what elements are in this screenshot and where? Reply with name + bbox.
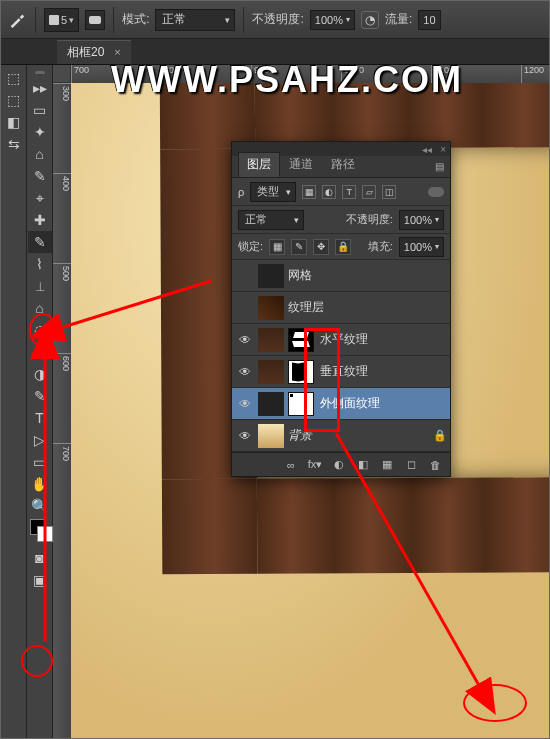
tool-button[interactable]: ✎ (28, 231, 52, 253)
visibility-toggle[interactable]: 👁 (232, 429, 258, 443)
close-icon[interactable]: × (440, 144, 446, 155)
collapse-icon[interactable]: ◂◂ (422, 144, 432, 155)
tab-layers[interactable]: 图层 (238, 152, 280, 177)
tool-button[interactable]: ✎ (28, 385, 52, 407)
tablet-pressure-toggle[interactable] (85, 10, 105, 30)
ruler-horizontal[interactable]: 700800900100011001200 (71, 65, 549, 83)
panel-icon[interactable]: ⬚ (2, 67, 26, 89)
filter-kind-dropdown[interactable]: 类型 (250, 182, 296, 202)
layer-row[interactable]: 👁垂直纹理 (232, 356, 450, 388)
layers-footer-button[interactable]: ▦ (380, 458, 394, 472)
close-icon[interactable]: × (114, 46, 120, 58)
filter-type-icon[interactable]: T (342, 185, 356, 199)
tool-button[interactable]: 🔍 (28, 495, 52, 517)
layer-name[interactable]: 背景 (288, 427, 430, 444)
lock-transparency-icon[interactable]: ▦ (269, 239, 285, 255)
tool-button[interactable]: T (28, 407, 52, 429)
visibility-toggle[interactable]: 👁 (232, 397, 258, 411)
layer-name[interactable]: 垂直纹理 (320, 363, 450, 380)
tool-button[interactable]: ⟂ (28, 275, 52, 297)
layer-row[interactable]: 👁水平纹理 (232, 324, 450, 356)
layer-name[interactable]: 纹理层 (288, 299, 450, 316)
visibility-toggle[interactable]: 👁 (232, 333, 258, 347)
layer-name[interactable]: 水平纹理 (320, 331, 450, 348)
tool-button[interactable]: ⌂ (28, 143, 52, 165)
layers-footer-button[interactable]: ◧ (356, 458, 370, 472)
layers-footer: ∞fx▾◐◧▦◻🗑 (232, 452, 450, 476)
fill-value[interactable]: 100%▾ (399, 237, 444, 257)
panel-grip[interactable] (28, 67, 52, 77)
panel-menu-icon[interactable]: ▤ (429, 161, 450, 172)
tool-button[interactable]: △ (28, 341, 52, 363)
brush-size-picker[interactable]: 5 ▾ (44, 8, 79, 32)
layer-name[interactable]: 外侧面纹理 (320, 395, 450, 412)
layer-thumbnail[interactable] (258, 264, 284, 288)
layer-mask-thumbnail[interactable] (288, 328, 314, 352)
filter-adjust-icon[interactable]: ◐ (322, 185, 336, 199)
layer-thumbnail[interactable] (258, 296, 284, 320)
layer-thumbnail[interactable] (258, 424, 284, 448)
ruler-vertical[interactable]: 300400500600700 (53, 83, 71, 738)
panel-icon[interactable]: ⇆ (2, 133, 26, 155)
search-icon[interactable]: ρ (238, 186, 244, 198)
layers-footer-button[interactable]: ◐ (332, 458, 346, 472)
tab-channels[interactable]: 通道 (280, 152, 322, 177)
tool-button[interactable]: ▸▸ (28, 77, 52, 99)
document-tab[interactable]: 相框20 × (57, 40, 131, 64)
tool-button[interactable]: ✎ (28, 165, 52, 187)
layer-thumbnail[interactable] (258, 360, 284, 384)
filter-toggle[interactable] (428, 187, 444, 197)
color-swatches[interactable] (28, 519, 52, 547)
tool-button[interactable]: ⌂ (28, 297, 52, 319)
panel-icon[interactable]: ⬚ (2, 89, 26, 111)
tool-button[interactable]: ⌖ (28, 187, 52, 209)
options-bar: 5 ▾ 模式: 正常 不透明度: 100%▾ ◔ 流量: 10 (1, 1, 549, 39)
layers-panel[interactable]: ◂◂× 图层 通道 路径 ▤ ρ 类型 ▦ ◐ T ▱ ◫ 正常 不透明度: 1… (231, 141, 451, 477)
layers-footer-button[interactable]: fx▾ (308, 458, 322, 472)
brush-tool-icon[interactable] (7, 10, 27, 30)
blend-mode-dropdown[interactable]: 正常 (155, 9, 235, 31)
tool-button[interactable]: ◌ (28, 319, 52, 341)
layer-thumbnail[interactable] (258, 328, 284, 352)
layer-mask-thumbnail[interactable] (288, 392, 314, 416)
tab-paths[interactable]: 路径 (322, 152, 364, 177)
layer-name[interactable]: 网格 (288, 267, 450, 284)
opacity-value[interactable]: 100%▾ (310, 10, 355, 30)
tool-button[interactable]: ✚ (28, 209, 52, 231)
layer-row[interactable]: 纹理层 (232, 292, 450, 324)
ruler-tick: 300 (53, 83, 71, 173)
layers-footer-button[interactable]: 🗑 (428, 458, 442, 472)
layer-thumbnail[interactable] (258, 392, 284, 416)
visibility-toggle[interactable]: 👁 (232, 365, 258, 379)
filter-smart-icon[interactable]: ◫ (382, 185, 396, 199)
tool-button[interactable]: ⌇ (28, 253, 52, 275)
quickmask-button[interactable]: ◙ (28, 547, 52, 569)
lock-all-icon[interactable]: 🔒 (335, 239, 351, 255)
layers-footer-button[interactable]: ◻ (404, 458, 418, 472)
layers-footer-button[interactable]: ∞ (284, 458, 298, 472)
panel-icon[interactable]: ◧ (2, 111, 26, 133)
layer-mask-thumbnail[interactable] (288, 360, 314, 384)
tool-button[interactable]: ◑ (28, 363, 52, 385)
tool-button[interactable]: ▭ (28, 99, 52, 121)
flow-value[interactable]: 10 (418, 10, 440, 30)
tool-button[interactable]: ▭ (28, 451, 52, 473)
pressure-opacity-icon[interactable]: ◔ (361, 11, 379, 29)
layer-row[interactable]: 👁背景🔒 (232, 420, 450, 452)
filter-pixel-icon[interactable]: ▦ (302, 185, 316, 199)
tool-button[interactable]: ✦ (28, 121, 52, 143)
background-swatch[interactable] (37, 526, 53, 542)
tool-button[interactable]: ▷ (28, 429, 52, 451)
screenmode-button[interactable]: ▣ (28, 569, 52, 591)
lock-fill-row: 锁定: ▦ ✎ ✥ 🔒 填充: 100%▾ (232, 234, 450, 260)
layer-row[interactable]: 网格 (232, 260, 450, 292)
layer-row[interactable]: 👁外侧面纹理 (232, 388, 450, 420)
layer-opacity-value[interactable]: 100%▾ (399, 210, 444, 230)
filter-shape-icon[interactable]: ▱ (362, 185, 376, 199)
tool-button[interactable]: ✋ (28, 473, 52, 495)
lock-icon: 🔒 (430, 429, 450, 442)
lock-position-icon[interactable]: ✥ (313, 239, 329, 255)
layer-blend-dropdown[interactable]: 正常 (238, 210, 304, 230)
ruler-origin[interactable] (53, 65, 71, 83)
lock-pixels-icon[interactable]: ✎ (291, 239, 307, 255)
